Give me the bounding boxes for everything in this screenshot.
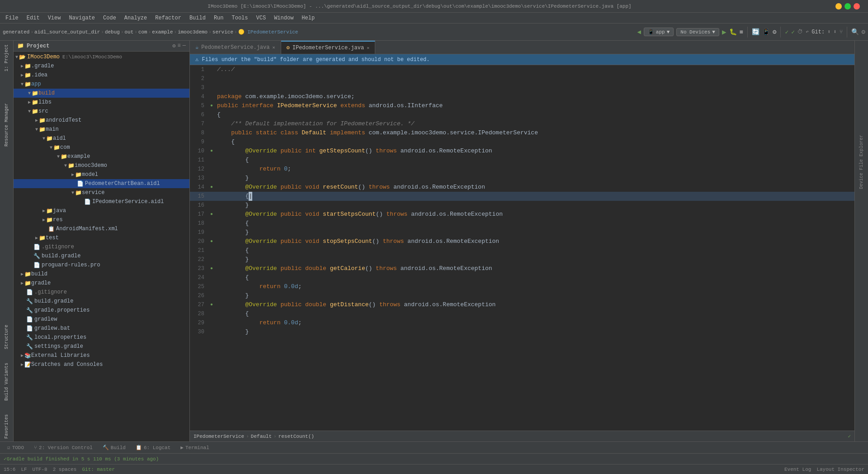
status-git-branch[interactable]: Git: master — [82, 467, 115, 472]
tree-item-com[interactable]: ▼ 📁 com — [14, 143, 189, 152]
build-variants-icon[interactable]: Build Variants — [0, 361, 13, 403]
tree-item-pedometerchartbean[interactable]: 📄 PedometerChartBean.aidl — [14, 179, 189, 188]
git-push-icon[interactable]: ⬆ — [827, 28, 830, 35]
tree-item-idea[interactable]: ▶ 📁 .idea — [14, 71, 189, 80]
menu-window[interactable]: Window — [270, 14, 297, 22]
menu-edit[interactable]: Edit — [23, 14, 43, 22]
close-button[interactable] — [854, 3, 860, 9]
status-event-log[interactable]: Event Log — [784, 467, 811, 472]
status-position[interactable]: 15:6 — [4, 467, 15, 472]
git-merge-icon[interactable]: ⑂ — [840, 29, 843, 35]
stop-button[interactable]: ■ — [740, 28, 743, 36]
breadcrumb-ipedometerservice-bottom[interactable]: IPedometerService — [193, 434, 244, 439]
devices-dropdown[interactable]: No Devices ▼ — [676, 28, 719, 36]
structure-panel-icon[interactable]: Structure — [0, 323, 13, 351]
tree-item-local-props[interactable]: 🔧 local.properties — [14, 333, 189, 342]
breadcrumb-default-bottom[interactable]: Default — [251, 434, 272, 439]
tree-item-gitignore-root[interactable]: 📄 .gitignore — [14, 288, 189, 297]
git-pull-icon[interactable]: ⬇ — [833, 28, 836, 35]
tree-item-model[interactable]: ▶ 📁 model — [14, 170, 189, 179]
search-everywhere-icon[interactable]: 🔍 — [851, 28, 859, 36]
device-file-explorer-label[interactable]: Device File Explorer — [858, 133, 865, 191]
bottom-tab-vcs[interactable]: ⑂ 2: Version Control — [29, 444, 97, 452]
tree-item-buildgradle-app[interactable]: 🔧 build.gradle — [14, 251, 189, 261]
menu-code[interactable]: Code — [99, 14, 120, 22]
breadcrumb-out[interactable]: out — [125, 29, 134, 35]
breadcrumb-aidl[interactable]: aidl_source_output_dir — [34, 29, 100, 35]
tree-item-test[interactable]: ▶ 📁 test — [14, 233, 189, 242]
breadcrumb-debug[interactable]: debug — [105, 29, 120, 35]
tree-item-libs[interactable]: ▶ 📁 libs — [14, 98, 189, 107]
tree-item-aidl[interactable]: ▼ 📁 aidl — [14, 134, 189, 143]
debug-button[interactable]: 🐛 — [729, 28, 737, 36]
status-layout-inspector[interactable]: Layout Inspector — [816, 467, 864, 472]
tree-item-ipedometerservice-aidl[interactable]: 📄 IPedometerService.aidl — [14, 197, 189, 206]
tree-item-build-app[interactable]: ▼ 📁 build — [14, 89, 189, 98]
menu-navigate[interactable]: Navigate — [65, 14, 99, 22]
status-indentation[interactable]: 2 spaces — [53, 467, 77, 472]
tree-item-gradle-root[interactable]: ▶ 📁 gradle — [14, 279, 189, 288]
tree-item-service-folder[interactable]: ▼ 📁 service — [14, 188, 189, 197]
tree-item-gradle-hidden[interactable]: ▶ 📁 .gradle — [14, 62, 189, 71]
tree-item-main[interactable]: ▼ 📁 main — [14, 125, 189, 134]
resource-manager-icon[interactable]: Resource Manager — [0, 101, 13, 148]
git-revert-icon[interactable]: ↶ — [806, 28, 809, 35]
bottom-tab-todo[interactable]: ☑ TODO — [3, 443, 28, 452]
breadcrumb-imooc3demo[interactable]: imooc3demo — [178, 29, 208, 35]
tree-item-manifest[interactable]: 📋 AndroidManifest.xml — [14, 224, 189, 233]
breadcrumb-resetcount-bottom[interactable]: resetCount() — [278, 434, 314, 439]
tree-item-build-root[interactable]: ▶ 📁 build — [14, 270, 189, 279]
sdk-manager-button[interactable]: ⚙️ — [773, 28, 776, 36]
tab-pedometerservice[interactable]: ☕ PedometerService.java ✕ — [190, 41, 281, 54]
menu-view[interactable]: View — [44, 14, 65, 22]
tab-close-pedometerservice[interactable]: ✕ — [272, 45, 275, 50]
tree-item-androidtest[interactable]: ▶ 📁 androidTest — [14, 116, 189, 125]
tree-item-java[interactable]: ▶ 📁 java — [14, 206, 189, 215]
tree-item-res[interactable]: ▶ 📁 res — [14, 215, 189, 224]
tree-item-imooc3demo[interactable]: ▼ 📁 imooc3demo — [14, 161, 189, 170]
avd-manager-button[interactable]: 📱 — [762, 28, 770, 36]
status-line-ending[interactable]: LF — [21, 467, 27, 472]
git-commit-icon[interactable]: ✓ — [791, 28, 795, 36]
git-check-icon[interactable]: ✓ — [785, 28, 788, 36]
panel-gear-icon[interactable]: ⚙ — [172, 43, 175, 49]
back-navigation-icon[interactable]: ◀ — [637, 28, 641, 36]
tree-item-scratches[interactable]: ▶ 📝 Scratches and Consoles — [14, 360, 189, 369]
status-encoding[interactable]: UTF-8 — [33, 467, 47, 472]
breadcrumb-ipedometerservice[interactable]: 🟡 IPedometerService — [238, 29, 298, 35]
menu-tools[interactable]: Tools — [228, 14, 252, 22]
favorites-icon[interactable]: Favorites — [0, 412, 13, 441]
minimize-button[interactable] — [835, 3, 842, 9]
tab-ipedometerservice[interactable]: ⚙ IPedometerService.java ✕ — [281, 41, 376, 54]
tree-item-gradlew[interactable]: 📄 gradlew — [14, 315, 189, 324]
bottom-tab-logcat[interactable]: 📋 6: Logcat — [131, 443, 175, 452]
tree-item-example[interactable]: ▼ 📁 example — [14, 152, 189, 161]
tree-item-external-libs[interactable]: ▶ 📚 External Libraries — [14, 351, 189, 360]
maximize-button[interactable] — [844, 3, 851, 9]
menu-vcs[interactable]: VCS — [253, 14, 270, 22]
menu-refactor[interactable]: Refactor — [151, 14, 185, 22]
menu-help[interactable]: Help — [298, 14, 318, 22]
menu-file[interactable]: File — [2, 14, 22, 22]
app-config-dropdown[interactable]: 📱 app ▼ — [644, 28, 674, 36]
tree-item-settings-gradle[interactable]: 🔧 settings.gradle — [14, 342, 189, 351]
tree-root[interactable]: ▼ 📂 IMooc3Demo E:\imooc3\IMooc3Demo — [14, 52, 189, 62]
tree-item-proguard[interactable]: 📄 proguard-rules.pro — [14, 261, 189, 270]
panel-minimize-icon[interactable]: — — [183, 43, 186, 49]
tree-item-app[interactable]: ▼ 📁 app — [14, 80, 189, 89]
tree-item-src[interactable]: ▼ 📁 src — [14, 107, 189, 116]
panel-settings-icon[interactable]: ≡ — [178, 43, 181, 49]
git-history-icon[interactable]: ⏱ — [797, 28, 803, 35]
run-button[interactable]: ▶ — [722, 28, 726, 37]
tab-close-ipedometerservice[interactable]: ✕ — [367, 45, 369, 51]
bottom-tab-build[interactable]: 🔨 Build — [98, 443, 130, 452]
tree-item-buildgradle-root[interactable]: 🔧 build.gradle — [14, 297, 189, 306]
menu-build[interactable]: Build — [186, 14, 209, 22]
breadcrumb-service[interactable]: service — [212, 29, 233, 35]
tree-item-gitignore-app[interactable]: 📄 .gitignore — [14, 242, 189, 251]
breadcrumb-com[interactable]: com — [138, 29, 147, 35]
project-panel-toggle[interactable]: 1: Project — [0, 43, 13, 73]
code-editor[interactable]: 1 /.../ 2 3 4 package com.example.imooc3… — [190, 65, 854, 431]
breadcrumb-generated[interactable]: generated — [3, 29, 29, 35]
menu-analyze[interactable]: Analyze — [121, 14, 151, 22]
